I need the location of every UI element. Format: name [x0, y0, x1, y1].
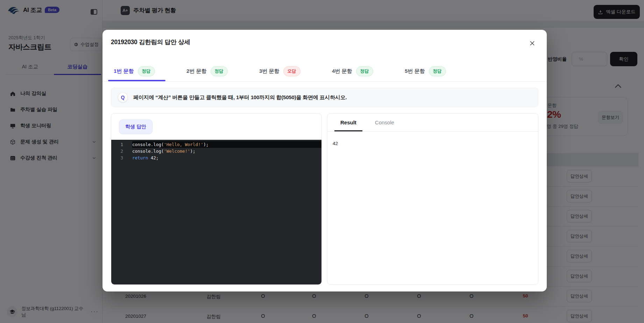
question-tabs: 1번 문항 정답 2번 문항 정답 3번 문항 오답 4번 문항 정답 5번 문…: [102, 54, 547, 82]
tab-question-1[interactable]: 1번 문항 정답: [111, 54, 184, 81]
tab-question-4[interactable]: 4번 문항 정답: [329, 54, 402, 81]
close-icon[interactable]: [528, 39, 536, 47]
tab-question-5[interactable]: 5번 문항 정답: [402, 54, 475, 81]
status-badge: 정답: [211, 66, 228, 76]
code-editor[interactable]: 1 console.log('Hello, World!'); 2 consol…: [111, 140, 321, 284]
status-badge: 오답: [283, 66, 300, 76]
status-badge: 정답: [138, 66, 155, 76]
answer-detail-modal: 20192030 김한림의 답안 상세 1번 문항 정답 2번 문항 정답 3번…: [102, 30, 547, 291]
modal-title: 20192030 김한림의 답안 상세: [111, 38, 190, 46]
tab-result[interactable]: Result: [334, 114, 362, 131]
code-line: 1 console.log('Hello, World!');: [111, 141, 321, 148]
student-answer-panel: 학생 답안 1 console.log('Hello, World!'); 2 …: [111, 113, 322, 285]
tab-console[interactable]: Console: [369, 114, 400, 131]
result-output: 42: [327, 132, 538, 146]
result-tabs: Result Console: [327, 114, 538, 132]
code-line: 2 console.log('Welcome!');: [111, 148, 321, 154]
tab-question-3[interactable]: 3번 문항 오답: [256, 54, 329, 81]
question-text: 페이지에 “계산” 버튼을 만들고 클릭했을 때, 1부터 100까지의 합(5…: [133, 94, 347, 101]
question-bar: Q 페이지에 “계산” 버튼을 만들고 클릭했을 때, 1부터 100까지의 합…: [111, 88, 538, 107]
status-badge: 정답: [356, 66, 373, 76]
status-badge: 정답: [429, 66, 446, 76]
student-answer-chip: 학생 답안: [119, 119, 153, 134]
code-line: 3 return 42;: [111, 154, 321, 161]
result-panel: Result Console 42: [327, 113, 538, 285]
tab-question-2[interactable]: 2번 문항 정답: [184, 54, 256, 81]
question-icon: Q: [118, 93, 127, 102]
